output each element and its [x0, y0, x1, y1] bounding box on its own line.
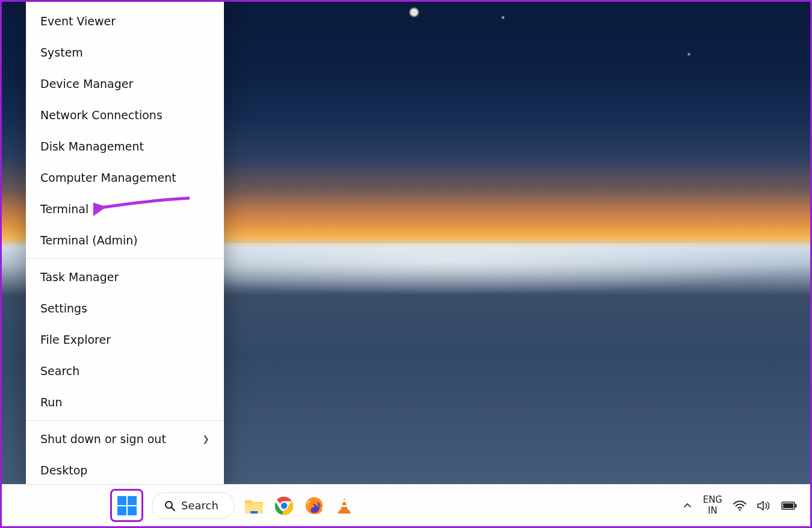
- menu-item-shut-down-or-sign-out[interactable]: Shut down or sign out❯: [26, 423, 224, 455]
- chrome-icon: [274, 496, 294, 515]
- menu-item-label: Event Viewer: [40, 14, 116, 28]
- svg-rect-2: [117, 506, 126, 515]
- start-context-menu: Event ViewerSystemDevice ManagerNetwork …: [26, 2, 224, 489]
- start-button[interactable]: [110, 489, 143, 522]
- windows-logo-icon: [117, 495, 137, 516]
- wifi-icon[interactable]: [733, 500, 746, 511]
- file-explorer-icon: [244, 497, 264, 515]
- menu-item-device-manager[interactable]: Device Manager: [26, 68, 224, 99]
- menu-separator: [26, 420, 224, 421]
- menu-item-desktop[interactable]: Desktop: [26, 455, 224, 486]
- svg-rect-7: [250, 511, 258, 514]
- tray-overflow-icon[interactable]: [683, 501, 692, 511]
- menu-item-label: Network Connections: [40, 108, 163, 122]
- battery-icon[interactable]: [781, 501, 797, 511]
- menu-item-label: Computer Management: [40, 171, 176, 184]
- firefox-icon: [305, 496, 324, 515]
- menu-item-search[interactable]: Search: [26, 355, 224, 387]
- menu-item-label: Device Manager: [40, 77, 133, 90]
- svg-rect-15: [341, 505, 347, 507]
- taskbar-app-firefox[interactable]: [303, 495, 325, 517]
- search-icon: [164, 500, 175, 511]
- menu-item-task-manager[interactable]: Task Manager: [26, 261, 224, 293]
- menu-item-system[interactable]: System: [26, 37, 224, 68]
- chevron-right-icon: ❯: [202, 434, 209, 444]
- menu-item-label: Task Manager: [40, 270, 119, 284]
- menu-item-disk-management[interactable]: Disk Management: [26, 131, 224, 162]
- menu-item-label: Shut down or sign out: [40, 432, 166, 446]
- svg-rect-0: [117, 496, 126, 505]
- taskbar-search-label: Search: [181, 499, 218, 512]
- menu-item-label: Terminal (Admin): [40, 234, 138, 247]
- svg-rect-14: [342, 500, 347, 502]
- taskbar: Search: [2, 484, 810, 526]
- menu-item-label: File Explorer: [40, 333, 111, 346]
- menu-item-run[interactable]: Run: [26, 387, 224, 418]
- svg-rect-1: [128, 496, 137, 505]
- taskbar-app-vlc[interactable]: [333, 495, 355, 517]
- menu-item-label: Run: [40, 396, 62, 409]
- menu-item-terminal-admin[interactable]: Terminal (Admin): [26, 225, 224, 256]
- language-indicator[interactable]: ENG IN: [703, 495, 722, 516]
- screenshot-frame: Event ViewerSystemDevice ManagerNetwork …: [0, 0, 812, 528]
- menu-item-file-explorer[interactable]: File Explorer: [26, 324, 224, 355]
- menu-item-network-connections[interactable]: Network Connections: [26, 99, 224, 131]
- taskbar-app-file-explorer[interactable]: [243, 495, 265, 517]
- menu-item-computer-management[interactable]: Computer Management: [26, 162, 224, 193]
- system-tray: ENG IN: [683, 495, 810, 516]
- menu-item-label: Desktop: [40, 464, 87, 477]
- svg-rect-3: [128, 506, 137, 515]
- menu-item-label: System: [40, 46, 83, 59]
- taskbar-app-chrome[interactable]: [273, 495, 295, 517]
- svg-point-11: [281, 503, 287, 508]
- menu-item-label: Disk Management: [40, 140, 144, 153]
- svg-rect-18: [795, 504, 797, 508]
- taskbar-search[interactable]: Search: [152, 492, 235, 519]
- language-top: ENG: [703, 495, 722, 505]
- menu-separator: [26, 258, 224, 259]
- volume-icon[interactable]: [757, 500, 770, 511]
- svg-point-16: [739, 509, 741, 511]
- menu-item-terminal[interactable]: Terminal: [26, 193, 224, 225]
- menu-item-settings[interactable]: Settings: [26, 293, 224, 324]
- vlc-icon: [335, 497, 353, 515]
- language-bottom: IN: [703, 506, 722, 516]
- menu-item-event-viewer[interactable]: Event Viewer: [26, 5, 224, 37]
- svg-rect-19: [783, 503, 793, 508]
- menu-item-label: Terminal: [40, 202, 88, 216]
- svg-line-5: [172, 508, 175, 511]
- menu-item-label: Search: [40, 364, 79, 377]
- menu-item-label: Settings: [40, 302, 87, 315]
